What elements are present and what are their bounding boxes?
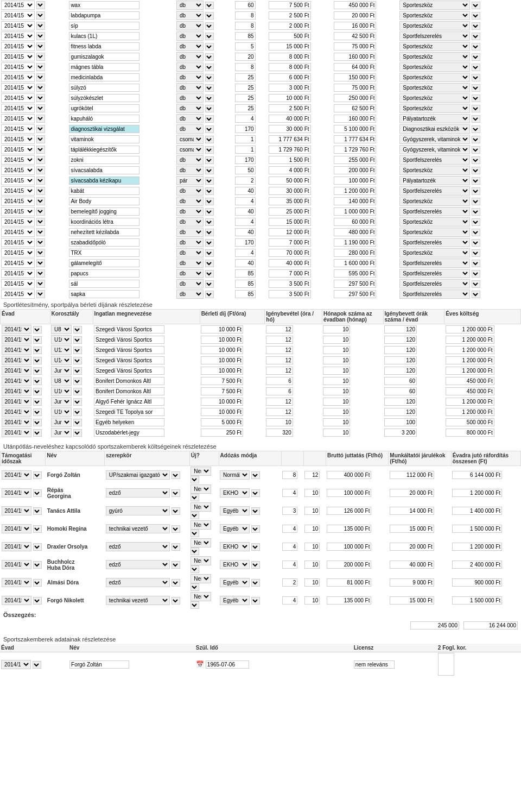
year-select[interactable]: 2014/15: [1, 42, 35, 51]
arrow-select[interactable]: ⇕: [36, 11, 45, 20]
rental-monthly-input[interactable]: [266, 418, 293, 426]
staff-val2-input[interactable]: [304, 596, 320, 605]
rental-rate-input[interactable]: [201, 408, 243, 416]
unit-price-input[interactable]: [269, 94, 311, 102]
rental-age-select[interactable]: U12: [51, 345, 72, 355]
cat-arrow[interactable]: ⇕: [472, 156, 480, 164]
staff-role-arrow[interactable]: ⇕: [171, 489, 180, 497]
cat-arrow[interactable]: ⇕: [472, 115, 480, 123]
staff-brutto-input[interactable]: [327, 578, 371, 587]
unit-price-input[interactable]: [269, 11, 311, 20]
staff-adozas-arrow[interactable]: ⇕: [251, 489, 260, 497]
rental-monthly-input[interactable]: [266, 346, 293, 354]
unit-arrow[interactable]: ⇕: [205, 218, 214, 226]
rental-age-arrow[interactable]: ⇕: [73, 377, 82, 385]
total-input[interactable]: [334, 11, 376, 20]
unit-price-input[interactable]: [269, 115, 311, 123]
unit-price-input[interactable]: [269, 63, 311, 71]
qty-input[interactable]: [235, 166, 256, 174]
year-select[interactable]: 2014/15: [1, 217, 35, 226]
item-name-input[interactable]: [69, 135, 139, 143]
rental-age-select[interactable]: Junior: [51, 418, 72, 427]
unit-price-input[interactable]: [269, 22, 311, 30]
rental-rate-input[interactable]: [201, 367, 243, 375]
unit-select[interactable]: db: [176, 21, 204, 30]
rental-year-arrow[interactable]: ⇕: [33, 408, 42, 416]
rental-year-arrow[interactable]: ⇕: [33, 347, 42, 354]
qty-input[interactable]: [235, 146, 256, 154]
rental-year-select[interactable]: 2014/15: [2, 397, 31, 406]
rental-monthly-input[interactable]: [266, 387, 293, 395]
unit-arrow[interactable]: ⇕: [205, 125, 214, 133]
staff-adozas-select[interactable]: EKHO: [220, 488, 250, 498]
item-name-input[interactable]: [69, 177, 139, 185]
unit-arrow[interactable]: ⇕: [205, 22, 214, 30]
category-select[interactable]: Sportfelszerelés: [399, 259, 470, 268]
cat-arrow[interactable]: ⇕: [472, 64, 480, 71]
total-input[interactable]: [334, 104, 376, 112]
rental-annual-input[interactable]: [446, 429, 494, 437]
cat-arrow[interactable]: ⇕: [472, 249, 480, 257]
total-input[interactable]: [334, 166, 376, 174]
year-select[interactable]: 2014/15: [1, 289, 35, 299]
rental-age-arrow[interactable]: ⇕: [73, 419, 82, 426]
staff-uj-arrow[interactable]: ⇕: [190, 565, 199, 573]
qty-input[interactable]: [235, 73, 256, 81]
staff-uj-arrow[interactable]: ⇕: [190, 476, 199, 483]
staff-adozas-arrow[interactable]: ⇕: [251, 561, 260, 569]
qty-input[interactable]: [235, 53, 256, 61]
category-select[interactable]: Gyógyszerek, vitaminok: [399, 145, 470, 154]
unit-arrow[interactable]: ⇕: [205, 53, 214, 61]
unit-arrow[interactable]: ⇕: [205, 291, 214, 298]
staff-brutto-input[interactable]: [327, 561, 371, 569]
qty-input[interactable]: [235, 177, 256, 185]
qty-input[interactable]: [235, 32, 256, 40]
staff-year-select[interactable]: 2014/15: [2, 560, 31, 569]
item-name-input[interactable]: [69, 228, 139, 236]
staff-val1-input[interactable]: [282, 471, 297, 479]
category-select[interactable]: Sportfelszerelés: [399, 238, 470, 247]
staff-role-select[interactable]: edző: [106, 542, 170, 551]
rental-year-arrow[interactable]: ⇕: [33, 419, 42, 426]
total-input[interactable]: [334, 32, 376, 40]
arrow-select[interactable]: ⇕: [36, 187, 45, 195]
qty-input[interactable]: [235, 22, 256, 30]
category-select[interactable]: Sporteszköz: [399, 83, 470, 92]
rental-rate-input[interactable]: [201, 387, 243, 395]
total-input[interactable]: [334, 94, 376, 102]
rental-rate-input[interactable]: [201, 356, 243, 364]
total-input[interactable]: [334, 63, 376, 71]
rental-annual-input[interactable]: [446, 418, 494, 426]
category-select[interactable]: Sporteszköz: [399, 248, 470, 257]
unit-arrow[interactable]: ⇕: [205, 115, 214, 123]
staff-year-select[interactable]: 2014/15: [2, 470, 31, 480]
item-name-input[interactable]: [69, 197, 139, 205]
rental-age-arrow[interactable]: ⇕: [73, 347, 82, 354]
total-input[interactable]: [334, 42, 376, 51]
staff-role-select[interactable]: UP/szakmai igazgató: [106, 470, 170, 480]
arrow-select[interactable]: ⇕: [36, 32, 45, 40]
rental-facility-input[interactable]: [94, 346, 164, 354]
unit-price-input[interactable]: [269, 259, 311, 267]
item-name-input[interactable]: [69, 146, 139, 154]
unit-price-input[interactable]: [269, 135, 311, 143]
year-select[interactable]: 2014/15: [1, 52, 35, 61]
category-select[interactable]: Sporteszköz: [399, 166, 470, 175]
expert-birth-input[interactable]: [206, 660, 249, 669]
total-input[interactable]: [334, 228, 376, 236]
category-select[interactable]: Sporteszköz: [399, 197, 470, 206]
unit-arrow[interactable]: ⇕: [205, 156, 214, 164]
arrow-select[interactable]: ⇕: [36, 135, 45, 143]
year-select[interactable]: 2014/15: [1, 11, 35, 20]
cat-arrow[interactable]: ⇕: [472, 105, 480, 112]
total-input[interactable]: [334, 115, 376, 123]
category-select[interactable]: Gyógyszerek, vitaminok: [399, 135, 470, 144]
unit-arrow[interactable]: ⇕: [205, 187, 214, 195]
unit-arrow[interactable]: ⇕: [205, 95, 214, 102]
rental-age-select[interactable]: U8: [51, 376, 72, 386]
staff-val2-input[interactable]: [304, 507, 320, 515]
item-name-input[interactable]: [69, 125, 139, 133]
arrow-select[interactable]: ⇕: [36, 84, 45, 92]
staff-munkaltato-input[interactable]: [390, 489, 434, 497]
rental-year-select[interactable]: 2014/15: [2, 366, 31, 375]
